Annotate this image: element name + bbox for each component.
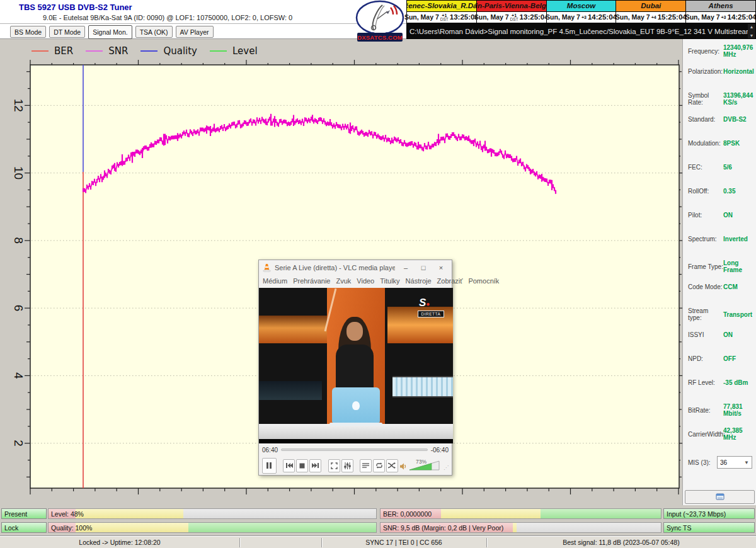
parameter-label: Modulation: (688, 140, 723, 147)
bar-segment-track (517, 523, 661, 532)
tuner-subtitle: 9.0E - Eutelsat 9B/Ka-Sat 9A (ID: 0090) … (43, 14, 292, 21)
bar-segment-green (541, 509, 661, 518)
quality-bar-label: Quality: 100% (51, 523, 92, 532)
legend-item-snr: SNR (86, 45, 128, 57)
clock-column: AthensSun, May 7+314:25:04 (686, 1, 755, 23)
parameter-value: OFF (723, 355, 736, 362)
parameter-row: Polarization:Horizontal (683, 68, 756, 75)
next-button[interactable] (309, 459, 321, 472)
clock-offset-value: +3 (581, 15, 587, 20)
clock-city-name: Dubai (616, 1, 685, 12)
vlc-menu-prehrvanie[interactable]: Prehrávanie (293, 277, 330, 285)
app-title: TBS 5927 USB DVB-S2 Tuner (19, 3, 132, 12)
parameter-label: FEC: (688, 164, 723, 171)
previous-button[interactable] (283, 459, 295, 472)
clock-date: Sun, May 7 (685, 13, 720, 21)
tab-tsa[interactable]: TSA (OK) (135, 26, 173, 38)
clock-time-value: 14:25:04 (727, 13, 756, 21)
y-tick-label: 12 (12, 99, 25, 112)
present-badge: Present (1, 508, 47, 519)
parameter-row: FEC:5/6 (683, 164, 756, 171)
clock-utc-offset: +3 (721, 15, 726, 20)
tab-bar: BS Mode DT Mode Signal Mon. TSA (OK) AV … (10, 26, 214, 39)
vlc-menu-zobrazi[interactable]: Zobraziť (437, 277, 463, 285)
parameter-row: BitRate:77,831 Mbit/s (683, 403, 756, 417)
vlc-controls: 73% ⋰ (259, 456, 452, 475)
parameter-value: 5/6 (723, 164, 732, 171)
vlc-maximize-button[interactable]: □ (416, 262, 430, 273)
vlc-titlebar[interactable]: Serie A Live (diretta) - VLC media playe… (259, 260, 452, 275)
parameter-label: ISSYI (688, 331, 723, 338)
parameter-value: Inverted (723, 236, 748, 243)
equalizer-button[interactable] (341, 459, 353, 472)
tab-av-player[interactable]: AV Player (176, 26, 214, 38)
sync-ts-badge: Sync TS (663, 522, 755, 533)
parameter-value: 8PSK (723, 140, 740, 147)
vlc-close-button[interactable]: × (434, 262, 448, 273)
shuffle-button[interactable] (386, 459, 398, 472)
legend-label: Level (232, 45, 258, 57)
dxsatcs-logo: DXSATCS.COM (355, 0, 405, 44)
chevron-down-icon: ▼ (744, 460, 749, 465)
ber-bar: BER: 0,0000000 (380, 508, 662, 519)
clock-date: Sun, May 7 (474, 13, 509, 21)
header: TBS 5927 USB DVB-S2 Tuner 9.0E - Eutelsa… (0, 0, 406, 39)
capture-button[interactable] (685, 490, 755, 504)
vlc-menu-mdium[interactable]: Médium (263, 277, 287, 285)
vlc-seek-slider[interactable] (281, 448, 428, 451)
fullscreen-button[interactable] (328, 459, 340, 472)
vlc-video-frame[interactable]: S● DIRETTA (259, 288, 453, 443)
loop-button[interactable] (373, 459, 385, 472)
snr-bar-label: SNR: 9,5 dB (Margin: 0,2 dB | Very Poor) (383, 523, 503, 532)
parameter-value: ON (723, 331, 733, 338)
vlc-menu-nstroje[interactable]: Nástroje (406, 277, 432, 285)
clock-dst-flag: DST (510, 18, 518, 22)
vlc-menu-zvuk[interactable]: Zvuk (336, 277, 351, 285)
vlc-menu-video[interactable]: Video (357, 277, 374, 285)
y-tick-label: 2 (12, 440, 25, 447)
scroll-up-icon[interactable]: ▲ (750, 25, 754, 29)
playlist-button[interactable] (360, 459, 372, 472)
level-bar: Level: 48% (48, 508, 377, 519)
parameter-label: CarrierWidth: (688, 431, 723, 438)
vlc-menu-pomocnk[interactable]: Pomocník (468, 277, 499, 285)
stop-button[interactable] (296, 459, 308, 472)
y-tick-label: 10 (12, 166, 25, 180)
pause-button[interactable] (262, 458, 277, 474)
y-tick-label: 4 (12, 372, 25, 379)
vlc-window-title: Serie A Live (diretta) - VLC media playe… (275, 264, 395, 271)
input-badge: Input (~23,73 Mbps) (663, 508, 755, 519)
bar-segment-track (183, 509, 376, 518)
bar-segment-yellow (76, 523, 188, 532)
legend-label: BER (54, 45, 73, 57)
vlc-time-remaining: -06:40 (431, 447, 449, 454)
vlc-menu-titulky[interactable]: Titulky (380, 277, 399, 285)
parameter-label: Pilot: (688, 212, 723, 219)
resize-grip-icon[interactable]: ⋰ (444, 465, 449, 471)
parameter-label: Code Mode: (688, 283, 723, 290)
console-scrollbar[interactable]: ▲ ▼ (748, 24, 755, 38)
volume-control[interactable]: 73% ⋰ (399, 460, 449, 471)
quality-bar: Quality: 100% (48, 522, 377, 533)
mis-select[interactable]: 36 ▼ (717, 456, 752, 469)
speaker-icon (399, 462, 408, 471)
parameter-value: CCM (723, 283, 738, 290)
statusbar-separator (239, 538, 240, 547)
clock-date: Sun, May 7 (546, 13, 580, 21)
uptime-status: Locked -> Uptime: 12:08:20 (0, 537, 239, 548)
parameter-value: Horizontal (723, 68, 754, 75)
clock-city-name: Moscow (547, 1, 616, 12)
clock-time-cell: Sun, May 7+415:25:04 (616, 12, 685, 23)
vlc-minimize-button[interactable]: – (399, 262, 413, 273)
tab-signal-mon[interactable]: Signal Mon. (88, 25, 132, 39)
tab-bs-mode[interactable]: BS Mode (10, 26, 46, 38)
tab-dt-mode[interactable]: DT Mode (49, 26, 85, 38)
parameter-label: Polarization: (688, 68, 723, 75)
scroll-down-icon[interactable]: ▼ (750, 33, 754, 38)
legend-line-icon (32, 50, 49, 52)
world-clocks: Lučenec-Slovakia_R.DávidSun, May 7+1DST1… (406, 0, 756, 23)
legend-item-ber: BER (32, 45, 73, 57)
parameter-label: Spectrum: (688, 236, 723, 243)
lock-badge: Lock (1, 522, 47, 533)
clock-utc-offset: +3 (581, 15, 587, 20)
